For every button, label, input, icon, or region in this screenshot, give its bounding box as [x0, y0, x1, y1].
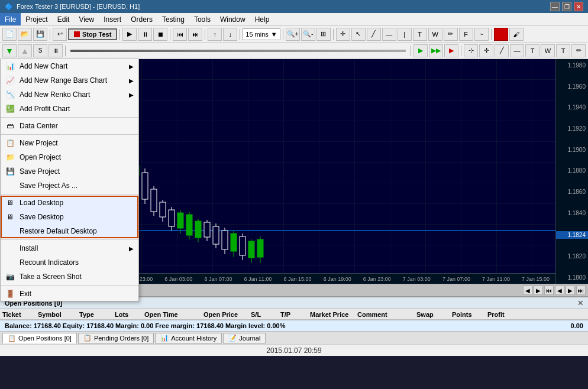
- toolbar2-down[interactable]: ▼: [2, 44, 17, 57]
- menu-help[interactable]: Help: [250, 13, 274, 25]
- toolbar-save[interactable]: 💾: [33, 28, 47, 41]
- menu-restore-desktop[interactable]: Restore Default Desktop: [1, 224, 138, 238]
- toolbar2-pen2[interactable]: ✏: [571, 44, 586, 57]
- toolbar2-line2[interactable]: ╱: [495, 44, 509, 57]
- toolbar2-select[interactable]: ⊹: [464, 44, 478, 57]
- menu-orders[interactable]: Orders: [126, 13, 157, 25]
- menu-testing[interactable]: Testing: [157, 13, 189, 25]
- menu-add-renko[interactable]: 📉 Add New Renko Chart ▶: [1, 87, 138, 102]
- menu-view[interactable]: View: [74, 13, 99, 25]
- svg-rect-45: [177, 213, 183, 228]
- toolbar-wave[interactable]: ~: [474, 28, 489, 41]
- scroll-prev-btn[interactable]: ◀: [555, 286, 564, 295]
- load-desktop-label: Load Desktop: [20, 199, 63, 207]
- panel-close-btn[interactable]: ✕: [577, 299, 583, 307]
- menu-recount[interactable]: Recount Indicators: [1, 255, 138, 270]
- toolbar-pen[interactable]: ✏: [444, 28, 458, 41]
- sep6: [283, 29, 283, 40]
- toolbar-undo[interactable]: ↩: [53, 28, 67, 41]
- menu-insert[interactable]: Insert: [99, 13, 126, 25]
- sep2: [119, 29, 120, 40]
- toolbar-pause[interactable]: ⏸: [138, 28, 152, 41]
- toolbar-fib[interactable]: W: [428, 28, 442, 41]
- menu-save-desktop[interactable]: 🖥 Save Desktop: [1, 210, 138, 224]
- toolbar2-sell[interactable]: S: [33, 44, 47, 57]
- scroll-left-btn[interactable]: ◀: [523, 286, 532, 295]
- restore-btn[interactable]: ❐: [562, 2, 571, 11]
- toolbar-color[interactable]: [494, 28, 508, 41]
- bottom-panel: Open Positions [0] ✕ Ticket Symbol Type …: [0, 297, 588, 331]
- toolbar-stop[interactable]: ⏹: [153, 28, 167, 41]
- menu-exit[interactable]: 🚪 Exit: [1, 287, 138, 301]
- menu-save-project-as[interactable]: Save Project As ...: [1, 179, 138, 193]
- toolbar2-sell2[interactable]: ▶: [444, 44, 458, 57]
- menu-add-range-bars[interactable]: 📈 Add New Range Bars Chart ▶: [1, 73, 138, 87]
- scroll-right-btn[interactable]: ▶: [534, 286, 543, 295]
- timeframe-dropdown[interactable]: 15 mins ▼: [243, 28, 280, 40]
- toolbar2-text2[interactable]: T: [525, 44, 539, 57]
- menu-screenshot[interactable]: 📷 Take a Screen Shot: [1, 270, 138, 284]
- toolbar-vline[interactable]: |: [398, 28, 412, 41]
- menu-open-project[interactable]: 📁 Open Project: [1, 150, 138, 164]
- toolbar2-cross[interactable]: ✛: [479, 44, 493, 57]
- menu-project[interactable]: Project: [21, 13, 52, 25]
- menu-window[interactable]: Window: [215, 13, 250, 25]
- toolbar-play[interactable]: ▶: [122, 28, 137, 41]
- account-history-icon: 📊: [160, 334, 169, 342]
- close-btn[interactable]: ✕: [574, 2, 583, 11]
- menu-load-desktop[interactable]: 🖥 Load Desktop: [1, 196, 138, 210]
- menu-save-project[interactable]: 💾 Save Project: [1, 164, 138, 179]
- toolbar2-buy2[interactable]: ▶▶: [429, 44, 443, 57]
- toolbar2-T2[interactable]: T: [556, 44, 570, 57]
- toolbar-pointer[interactable]: ↖: [351, 28, 366, 41]
- scroll-first-btn[interactable]: ⏮: [544, 286, 554, 295]
- toolbar-hline[interactable]: —: [382, 28, 396, 41]
- menu-install[interactable]: Install ▶: [1, 241, 138, 255]
- toolbar-fit[interactable]: ⊞: [316, 28, 331, 41]
- tab-account-history[interactable]: 📊 Account History: [155, 333, 222, 343]
- title-bar-controls[interactable]: — ❐ ✕: [550, 2, 583, 11]
- menu-data-center[interactable]: 🗃 Data Center: [1, 119, 138, 133]
- tab-journal[interactable]: 📝 Journal: [223, 333, 266, 343]
- toolbar-prev[interactable]: ⏮: [173, 28, 187, 41]
- toolbar-zoom-in[interactable]: 🔍+: [286, 28, 300, 41]
- svg-rect-41: [160, 202, 166, 217]
- menu-add-new-chart[interactable]: 📊 Add New Chart ▶: [1, 59, 138, 73]
- toolbar-brush[interactable]: 🖌: [509, 28, 524, 41]
- save-desktop-icon: 🖥: [5, 212, 15, 222]
- toolbar2-up[interactable]: ▲: [18, 44, 32, 57]
- toolbar-text[interactable]: T: [413, 28, 427, 41]
- menu-edit[interactable]: Edit: [53, 13, 75, 25]
- toolbar-zoom-out[interactable]: 🔍-: [301, 28, 315, 41]
- toolbar-open[interactable]: 📂: [18, 28, 32, 41]
- title-text: Forex Tester 3 [EURUSD] - [EURUSD, H1]: [17, 3, 140, 10]
- toolbar-new[interactable]: 📄: [2, 28, 17, 41]
- timeframe-value: 15 mins: [245, 31, 269, 38]
- stop-test-button[interactable]: Stop Test: [68, 28, 117, 40]
- menu-file[interactable]: File: [0, 13, 21, 25]
- toolbar2-W[interactable]: W: [541, 44, 555, 57]
- sep-5: [1, 285, 138, 286]
- menu-add-profit[interactable]: 💹 Add Profit Chart: [1, 102, 138, 116]
- scroll-next-btn[interactable]: ▶: [566, 286, 575, 295]
- toolbar-next[interactable]: ⏭: [188, 28, 202, 41]
- toolbar-up[interactable]: ↑: [208, 28, 222, 41]
- toolbar2-buy1[interactable]: ▶: [413, 44, 428, 57]
- scroll-last-btn[interactable]: ⏭: [576, 286, 586, 295]
- tab-pending-orders[interactable]: 📋 Pending Orders [0]: [78, 333, 154, 343]
- toolbar-down[interactable]: ↓: [223, 28, 237, 41]
- tab-open-positions[interactable]: 📋 Open Positions [0]: [2, 333, 77, 343]
- toolbar-font[interactable]: F: [459, 28, 473, 41]
- sep3: [170, 29, 170, 40]
- minimize-btn[interactable]: —: [550, 2, 560, 11]
- menu-tools[interactable]: Tools: [189, 13, 215, 25]
- arrow-icon: ▶: [129, 63, 134, 70]
- menu-new-project[interactable]: 📋 New Project: [1, 136, 138, 150]
- toolbar-crosshair[interactable]: ✛: [336, 28, 350, 41]
- toolbar2-pause2[interactable]: ⏸: [49, 44, 63, 57]
- toolbar-line[interactable]: ╱: [367, 28, 381, 41]
- toolbar2-hline2[interactable]: —: [510, 44, 524, 57]
- toolbar-2: ▼ ▲ S ⏸ ▶ ▶▶ ▶ ⊹ ✛ ╱ — T W T ✏: [0, 43, 588, 59]
- svg-rect-55: [222, 231, 228, 249]
- range-bars-icon: 📈: [5, 76, 15, 85]
